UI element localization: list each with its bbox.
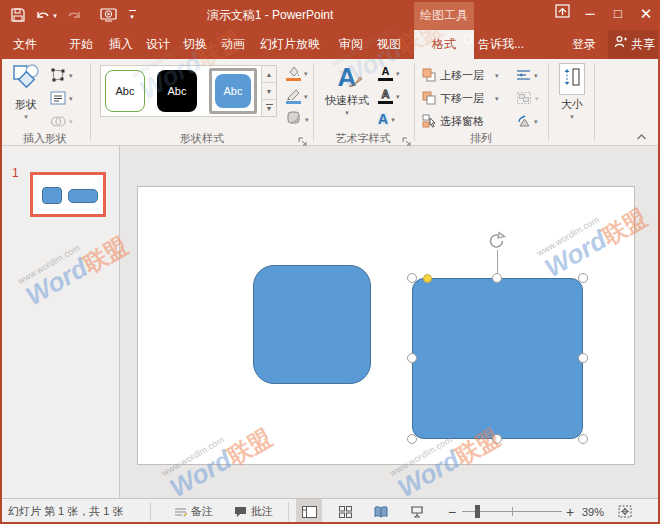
ribbon-tab-row: 文件 开始 插入 设计 切换 动画 幻灯片放映 审阅 视图 格式 告诉我... … [0, 30, 660, 59]
resize-handle-middle-right[interactable] [578, 353, 588, 363]
resize-handle-top-middle[interactable] [492, 273, 502, 283]
shape-style-swatch-selected-frame[interactable]: Abc [209, 68, 257, 114]
wordart-dialog-launcher-icon[interactable] [402, 132, 412, 142]
share-person-icon [614, 30, 627, 59]
zoom-out-button[interactable]: − [448, 499, 456, 524]
rotate-button[interactable]: ▾ [516, 111, 538, 131]
shape-effects-button[interactable]: ▾ [286, 109, 309, 129]
text-fill-button[interactable]: A ▾ [378, 63, 400, 83]
slideshow-view-icon [410, 506, 424, 518]
text-fill-icon: A [378, 66, 393, 81]
sign-in-button[interactable]: 登录 [562, 30, 606, 59]
shape-style-swatch-2[interactable]: Abc [157, 70, 197, 112]
fit-to-window-button[interactable] [612, 499, 638, 524]
text-box-button[interactable]: ▾ [50, 88, 73, 108]
align-button[interactable]: ▾ [516, 65, 538, 85]
tab-home[interactable]: 开始 [60, 30, 102, 59]
tell-me-box[interactable]: 告诉我... [462, 30, 524, 59]
tab-view[interactable]: 视图 [368, 30, 410, 59]
zoom-level[interactable]: 39% [582, 499, 604, 524]
quick-styles-icon: A [338, 63, 357, 91]
edit-shape-button[interactable]: ▾ [50, 65, 73, 85]
tab-slideshow[interactable]: 幻灯片放映 [252, 30, 328, 59]
resize-handle-bottom-right[interactable] [578, 434, 588, 444]
ribbon-display-options-icon[interactable] [548, 0, 576, 30]
adjustment-handle[interactable] [423, 274, 432, 283]
minimize-icon[interactable]: ─ [576, 0, 604, 30]
normal-view-button[interactable] [296, 499, 322, 524]
slide-editing-area [120, 146, 660, 500]
gallery-up-icon[interactable]: ▲ [262, 66, 276, 83]
resize-handle-bottom-middle[interactable] [492, 434, 502, 444]
tab-design[interactable]: 设计 [137, 30, 179, 59]
resize-handle-bottom-left[interactable] [407, 434, 417, 444]
zoom-slider-center-tick [512, 507, 513, 516]
quick-styles-button[interactable]: A 快速样式 ▾ [322, 63, 372, 116]
shape-styles-group-label: 形状样式 [92, 131, 312, 146]
rounded-rectangle-left[interactable] [253, 265, 371, 384]
reading-view-icon [374, 506, 388, 518]
resize-handle-middle-left[interactable] [407, 353, 417, 363]
text-outline-button[interactable]: A ▾ [378, 86, 400, 106]
close-icon[interactable]: ✕ [632, 0, 660, 30]
send-backward-label: 下移一层 [440, 91, 484, 106]
tab-file[interactable]: 文件 [4, 30, 46, 59]
notes-label: 备注 [191, 504, 213, 519]
start-slideshow-icon[interactable] [98, 5, 118, 25]
tab-review[interactable]: 审阅 [330, 30, 372, 59]
shapes-icon [12, 63, 40, 95]
send-backward-button[interactable]: 下移一层 ▾ [422, 88, 499, 108]
tab-transitions[interactable]: 切换 [174, 30, 216, 59]
rounded-rectangle-right-selected[interactable] [412, 278, 583, 439]
slide-thumbnail-panel: 1 [0, 146, 120, 500]
tab-insert[interactable]: 插入 [100, 30, 142, 59]
notes-button[interactable]: 备注 [174, 499, 213, 524]
shape-outline-button[interactable]: ▾ [286, 86, 308, 106]
text-effects-button[interactable]: A ▾ [378, 109, 395, 129]
shape-style-swatch-1[interactable]: Abc [105, 70, 145, 112]
undo-dropdown-icon[interactable]: ▾ [50, 5, 60, 25]
shape-styles-dialog-launcher-icon[interactable] [298, 132, 308, 142]
rotate-icon [516, 114, 531, 128]
gallery-more-icon[interactable]: ▼ [262, 100, 276, 116]
wordart-group-label: 艺术字样式 [315, 131, 411, 146]
slide-sorter-view-button[interactable] [332, 499, 358, 524]
size-button[interactable]: 大小 ▾ [554, 63, 590, 120]
comments-icon [234, 506, 247, 518]
insert-shapes-group-label: 插入形状 [0, 131, 90, 146]
bring-forward-button[interactable]: 上移一层 ▾ [422, 65, 499, 85]
selection-pane-button[interactable]: 选择窗格 [422, 111, 484, 131]
title-bar: ▾ ▾ 演示文稿1 - PowerPoint 绘图工具 ─ □ ✕ [0, 0, 660, 30]
shape-fill-icon [286, 65, 301, 81]
customize-qat-icon[interactable]: ▾ [126, 5, 138, 25]
shapes-button[interactable]: 形状 ▾ [6, 63, 46, 120]
slide-thumbnail[interactable] [30, 172, 106, 217]
share-button[interactable]: 共享 [608, 30, 660, 59]
collapse-ribbon-icon[interactable] [636, 133, 647, 143]
normal-view-icon [302, 506, 317, 518]
zoom-slider-thumb[interactable] [475, 505, 480, 518]
comments-button[interactable]: 批注 [234, 499, 273, 524]
undo-icon[interactable] [32, 5, 52, 25]
reading-view-button[interactable] [368, 499, 394, 524]
arrange-group-label: 排列 [416, 131, 546, 146]
text-outline-icon: A [378, 89, 393, 104]
share-label: 共享 [631, 30, 655, 59]
gallery-down-icon[interactable]: ▼ [262, 83, 276, 100]
shape-fill-button[interactable]: ▾ [286, 63, 308, 83]
tab-animations[interactable]: 动画 [212, 30, 254, 59]
selection-pane-label: 选择窗格 [440, 114, 484, 129]
resize-handle-top-right[interactable] [578, 273, 588, 283]
resize-handle-top-left[interactable] [407, 273, 417, 283]
rotation-handle-icon[interactable] [487, 231, 507, 255]
slideshow-view-button[interactable] [404, 499, 430, 524]
save-icon[interactable] [8, 5, 28, 25]
slide-sorter-icon [339, 506, 352, 518]
align-icon [516, 69, 531, 82]
zoom-in-button[interactable]: + [566, 499, 574, 524]
text-box-icon [50, 91, 66, 105]
maximize-icon[interactable]: □ [604, 0, 632, 30]
shape-style-swatch-3: Abc [215, 74, 251, 108]
fit-to-window-icon [618, 505, 632, 518]
merge-shapes-icon [50, 115, 66, 128]
